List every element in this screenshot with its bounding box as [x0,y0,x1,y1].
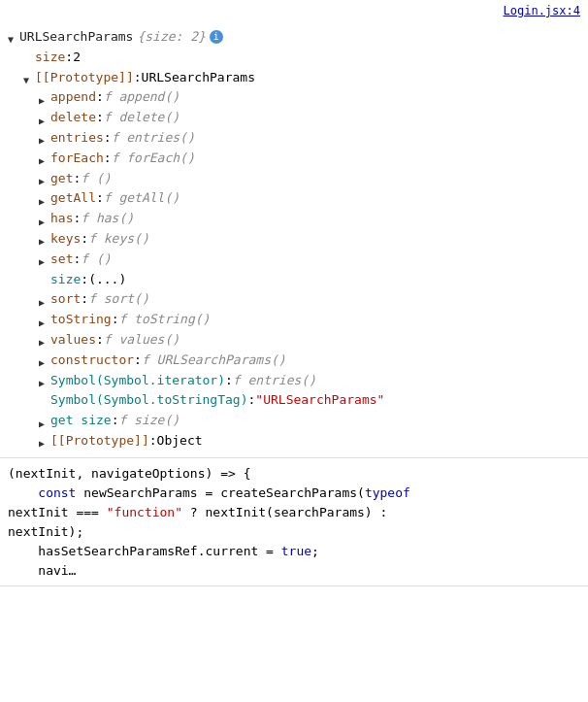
get-value: f () [81,169,111,189]
get-key: get [50,169,73,189]
delete-value: f delete() [104,108,180,128]
symbol-iterator-value: f entries() [233,371,316,391]
foreach-toggle-icon[interactable]: ▶ [39,153,49,163]
delete-toggle-icon[interactable]: ▶ [39,114,49,123]
append-toggle-icon[interactable]: ▶ [39,93,49,103]
getsize-row[interactable]: ▶ get size: f size() [8,411,588,431]
size-row: size: 2 [8,48,588,68]
root-size: {size: 2} [137,27,205,48]
root-label: URLSearchParams [19,27,133,48]
code-line-2: const newSearchParams = createSearchPara… [8,484,580,503]
size-getter-key: size [50,270,81,290]
size-key: size [35,48,65,68]
info-icon[interactable]: i [210,30,223,44]
entries-toggle-icon[interactable]: ▶ [39,133,49,143]
tostring-toggle-icon[interactable]: ▶ [39,316,49,325]
keys-value: f keys() [88,229,149,250]
constructor-key: constructor [50,351,134,371]
sort-key: sort [50,289,81,310]
devtools-panel: Login.jsx:4 ▼ URLSearchParams {size: 2} … [0,0,588,702]
source-link[interactable]: Login.jsx:4 [504,4,580,17]
get-toggle-icon[interactable]: ▶ [39,174,49,184]
append-value: f append() [104,87,180,108]
constructor-row[interactable]: ▶ constructor: f URLSearchParams() [8,351,588,371]
has-row[interactable]: ▶ has: f has() [8,209,588,229]
getsize-toggle-icon[interactable]: ▶ [39,417,49,426]
append-key: append [50,87,96,108]
prototype-label: [[Prototype]] [35,68,134,88]
code-line-1: (nextInit, navigateOptions) => { [8,464,580,484]
getsize-key: get size [50,411,112,431]
proto2-row[interactable]: ▶ [[Prototype]]: Object [8,431,588,451]
entries-key: entries [50,128,104,149]
has-value: f has() [81,209,134,229]
get-row[interactable]: ▶ get: f () [8,169,588,189]
getall-value: f getAll() [104,188,180,209]
entries-row[interactable]: ▶ entries: f entries() [8,128,588,149]
code-line-5: hasSetSearchParamsRef.current = true; [8,542,580,561]
proto2-key: [[Prototype]] [50,431,149,451]
prototype-row[interactable]: ▼ [[Prototype]]: URLSearchParams [8,68,588,88]
set-row[interactable]: ▶ set: f () [8,250,588,270]
symbol-tostringtag-row: Symbol(Symbol.toStringTag): "URLSearchPa… [8,390,588,411]
set-key: set [50,250,73,270]
tostring-value: f toString() [118,310,210,330]
size-getter-value: (...) [88,270,126,290]
size-value: 2 [73,48,81,68]
proto2-value: Object [157,431,203,451]
sort-toggle-icon[interactable]: ▶ [39,295,49,305]
symbol-iterator-toggle-icon[interactable]: ▶ [39,376,49,385]
code-line-4: nextInit); [8,522,580,542]
foreach-value: f forEach() [112,149,195,169]
getsize-value: f size() [118,411,180,431]
values-value: f values() [104,330,180,351]
delete-key: delete [50,108,96,128]
constructor-value: f URLSearchParams() [142,351,286,371]
values-toggle-icon[interactable]: ▶ [39,335,49,345]
values-key: values [50,330,96,351]
keys-toggle-icon[interactable]: ▶ [39,234,49,244]
proto2-toggle-icon[interactable]: ▶ [39,436,49,446]
getall-row[interactable]: ▶ getAll: f getAll() [8,188,588,209]
tostring-row[interactable]: ▶ toString: f toString() [8,310,588,330]
tostring-key: toString [50,310,112,330]
foreach-row[interactable]: ▶ forEach: f forEach() [8,149,588,169]
keys-row[interactable]: ▶ keys: f keys() [8,229,588,250]
has-key: has [50,209,73,229]
append-row[interactable]: ▶ append: f append() [8,87,588,108]
code-line-6: navi… [8,561,580,581]
has-toggle-icon[interactable]: ▶ [39,215,49,224]
sort-value: f sort() [88,289,149,310]
tree-root-row[interactable]: ▼ URLSearchParams {size: 2} i [8,27,588,48]
entries-value: f entries() [112,128,195,149]
values-row[interactable]: ▶ values: f values() [8,330,588,351]
set-value: f () [81,250,111,270]
size-getter-row: size: (...) [8,270,588,290]
foreach-key: forEach [50,149,104,169]
object-tree: ▼ URLSearchParams {size: 2} i size: 2 ▼ … [0,4,588,451]
symbol-iterator-key: Symbol(Symbol.iterator) [50,371,225,391]
getall-toggle-icon[interactable]: ▶ [39,194,49,204]
set-toggle-icon[interactable]: ▶ [39,254,49,264]
symbol-tostringtag-key: Symbol(Symbol.toStringTag) [50,390,248,411]
collapse-toggle-icon[interactable]: ▼ [8,32,17,42]
code-block: (nextInit, navigateOptions) => { const n… [0,457,588,586]
delete-row[interactable]: ▶ delete: f delete() [8,108,588,128]
getall-key: getAll [50,188,96,209]
constructor-toggle-icon[interactable]: ▶ [39,355,49,365]
symbol-tostringtag-value: "URLSearchParams" [255,390,384,411]
prototype-toggle-icon[interactable]: ▼ [23,73,33,83]
keys-key: keys [50,229,81,250]
symbol-iterator-row[interactable]: ▶ Symbol(Symbol.iterator): f entries() [8,371,588,391]
code-line-3: nextInit === "function" ? nextInit(searc… [8,503,580,522]
prototype-value: URLSearchParams [142,68,255,88]
sort-row[interactable]: ▶ sort: f sort() [8,289,588,310]
